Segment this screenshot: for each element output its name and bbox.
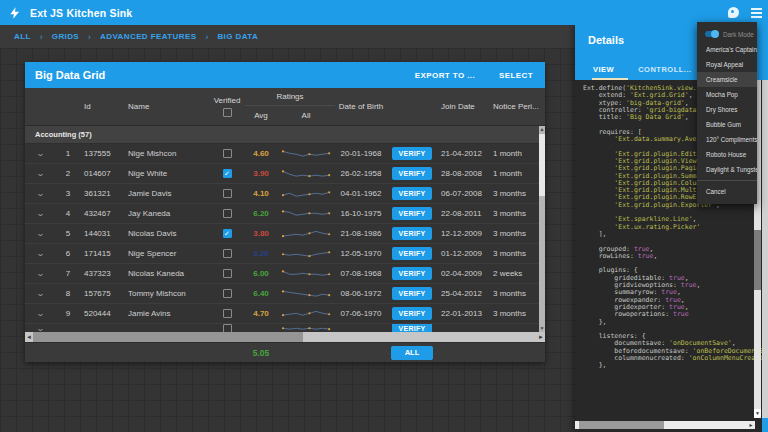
verify-button[interactable]: VERIFY	[392, 167, 432, 180]
row-expander-icon[interactable]: ⌄	[35, 189, 44, 198]
grid-hscroll-thumb[interactable]	[33, 332, 303, 342]
breadcrumb-all[interactable]: ALL	[14, 32, 31, 41]
menu-item-cancel[interactable]: Cancel	[697, 184, 757, 199]
cell-id	[81, 324, 123, 332]
verified-checkbox[interactable]	[223, 149, 232, 158]
table-row[interactable]: ⌄6171415Nige Spencer3.2012-05-1970VERIFY…	[25, 244, 545, 264]
scroll-right-icon[interactable]: ►	[747, 421, 755, 429]
verified-checkbox[interactable]	[223, 249, 232, 258]
scroll-up-icon[interactable]: ▲	[539, 126, 545, 133]
select-button[interactable]: SELECT	[499, 71, 533, 80]
tab-controller[interactable]: CONTROLL...	[638, 65, 691, 74]
verify-button[interactable]: VERIFY	[392, 307, 432, 320]
verify-button[interactable]: VERIFY	[392, 187, 432, 200]
breadcrumb-advanced-features[interactable]: ADVANCED FEATURES	[100, 32, 196, 41]
verified-column-header[interactable]: Verified	[209, 88, 245, 125]
verify-button[interactable]: VERIFY	[392, 147, 432, 160]
verify-button[interactable]: VERIFY	[392, 324, 432, 332]
ratings-column-group[interactable]: Ratings Avg All	[245, 88, 335, 125]
grid-vertical-scrollbar[interactable]: ▲ ▼	[539, 126, 545, 332]
verified-checkbox[interactable]	[223, 324, 232, 332]
verify-all-button[interactable]: ALL	[391, 346, 433, 360]
menu-item-mocha-pop[interactable]: Mocha Pop	[697, 87, 757, 102]
verify-button[interactable]: VERIFY	[392, 287, 432, 300]
dark-mode-toggle[interactable]	[705, 31, 718, 37]
export-to-button[interactable]: EXPORT TO ...	[415, 71, 475, 80]
row-expander-icon[interactable]: ⌄	[35, 289, 44, 298]
cell-id: 171415	[81, 244, 123, 263]
table-row[interactable]: ⌄5144031Nicolas Davis✓3.8021-08-1986VERI…	[25, 224, 545, 244]
cell-avg-rating: 6.40	[253, 289, 269, 298]
menu-item-daylight-tungsten[interactable]: Daylight & Tungsten	[697, 162, 757, 177]
page-scrollbar[interactable]	[762, 80, 768, 418]
table-row[interactable]: ⌄3361321Jamie Davis4.1004-01-1962VERIFY0…	[25, 184, 545, 204]
code-horizontal-scrollbar[interactable]: ◄ ►	[575, 421, 755, 429]
verified-checkbox[interactable]: ✓	[223, 229, 232, 238]
breadcrumb-grids[interactable]: GRIDS	[52, 32, 79, 41]
scroll-right-icon[interactable]: ►	[537, 332, 545, 342]
breadcrumb-big-data[interactable]: BIG DATA	[217, 32, 258, 41]
verify-button[interactable]: VERIFY	[392, 267, 432, 280]
verified-header-checkbox[interactable]	[223, 108, 232, 117]
group-header-accounting[interactable]: Accounting (57)	[25, 126, 545, 144]
row-expander-icon[interactable]: ⌄	[35, 149, 44, 158]
cell-name: Nige White	[123, 164, 209, 183]
cell-date-of-birth: 20-01-1968	[335, 144, 387, 163]
row-expander-icon[interactable]: ⌄	[35, 229, 44, 238]
menu-item-roboto-house[interactable]: Roboto House	[697, 147, 757, 162]
menu-item-americas-captain[interactable]: America's Captain	[697, 42, 757, 57]
table-row[interactable]: ⌄9520444Jamie Avins4.7007-06-1970VERIFY2…	[25, 304, 545, 324]
verified-checkbox[interactable]	[223, 289, 232, 298]
join-date-column-header[interactable]: Join Date	[437, 88, 487, 125]
all-column-header[interactable]: All	[277, 106, 335, 125]
sparkline-chart	[280, 324, 332, 332]
verify-column-header[interactable]	[387, 88, 437, 125]
table-row[interactable]: ⌄8157675Tommy Mishcon6.4008-06-1972VERIF…	[25, 284, 545, 304]
tab-view[interactable]: VIEW	[593, 65, 614, 74]
verify-button[interactable]: VERIFY	[392, 247, 432, 260]
menu-item-bubble-gum[interactable]: Bubble Gum	[697, 117, 757, 132]
row-expander-icon[interactable]: ⌄	[35, 169, 44, 178]
table-row[interactable]: ⌄1137555Nige Mishcon4.6020-01-1968VERIFY…	[25, 144, 545, 164]
verified-checkbox[interactable]	[223, 189, 232, 198]
verified-checkbox[interactable]	[223, 209, 232, 218]
row-expander-icon[interactable]: ⌄	[35, 209, 44, 218]
name-column-header[interactable]: Name	[123, 88, 209, 125]
avg-column-header[interactable]: Avg	[245, 106, 277, 125]
cell-id: 520444	[81, 304, 123, 323]
menu-item-120-compliments[interactable]: 120° Compliments	[697, 132, 757, 147]
table-row[interactable]: ⌄VERIFY	[25, 324, 545, 332]
theme-palette-icon[interactable]	[728, 7, 739, 18]
row-expander-icon[interactable]: ⌄	[35, 309, 44, 318]
menu-item-creamsicle[interactable]: Creamsicle	[697, 72, 757, 87]
verified-checkbox[interactable]	[223, 269, 232, 278]
menu-item-dry-shores[interactable]: Dry Shores	[697, 102, 757, 117]
rownumber-column-header[interactable]	[55, 88, 81, 125]
verify-button[interactable]: VERIFY	[392, 227, 432, 240]
scroll-left-icon[interactable]: ◄	[25, 332, 33, 342]
row-expander-icon[interactable]: ⌄	[35, 249, 44, 258]
code-hscroll-thumb[interactable]	[579, 421, 664, 429]
verify-button[interactable]: VERIFY	[392, 207, 432, 220]
verified-checkbox[interactable]: ✓	[223, 169, 232, 178]
row-expander-icon[interactable]: ⌄	[35, 269, 44, 278]
notice-period-column-header[interactable]: Notice Peri...	[487, 88, 539, 125]
hamburger-menu-icon[interactable]	[751, 8, 762, 18]
table-row[interactable]: ⌄2014607Nige White✓3.9026-02-1958VERIFY2…	[25, 164, 545, 184]
scroll-down-icon[interactable]: ▼	[539, 325, 545, 332]
expander-column-header[interactable]	[25, 88, 55, 125]
cell-id: 437323	[81, 264, 123, 283]
table-row[interactable]: ⌄4432467Jay Kaneda6.2016-10-1975VERIFY22…	[25, 204, 545, 224]
dark-mode-row[interactable]: Dark Mode	[697, 26, 757, 42]
verified-checkbox[interactable]	[223, 309, 232, 318]
dob-column-header[interactable]: Date of Birth	[335, 88, 387, 125]
code-vscroll-thumb[interactable]	[754, 230, 761, 290]
table-row[interactable]: ⌄7437323Nicolas Kaneda6.0007-08-1968VERI…	[25, 264, 545, 284]
grid-vscroll-thumb[interactable]	[539, 134, 545, 196]
cell-notice-period: 2 weeks	[487, 264, 539, 283]
menu-item-royal-appeal[interactable]: Royal Appeal	[697, 57, 757, 72]
scroll-down-icon[interactable]: ▼	[754, 409, 761, 418]
id-column-header[interactable]: Id	[81, 88, 123, 125]
row-expander-icon[interactable]: ⌄	[35, 324, 44, 332]
grid-horizontal-scrollbar[interactable]: ◄ ►	[25, 332, 545, 342]
